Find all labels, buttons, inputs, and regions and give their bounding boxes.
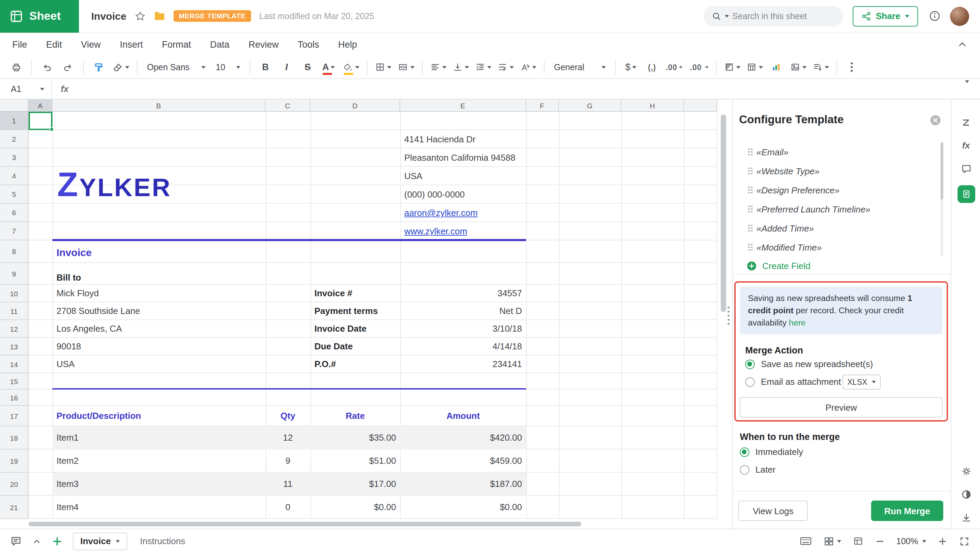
strikethrough-button[interactable]: S <box>298 58 317 76</box>
menu-item[interactable]: View <box>81 39 101 49</box>
row-header[interactable]: 17 <box>0 406 29 426</box>
column-header[interactable]: F <box>526 99 559 112</box>
row-header[interactable]: 8 <box>0 241 29 263</box>
horizontal-scrollbar[interactable] <box>29 522 581 526</box>
selected-cell-A1[interactable] <box>29 112 52 130</box>
row-header[interactable]: 13 <box>0 338 29 355</box>
panel-resize-handle[interactable] <box>727 315 730 317</box>
folder-icon[interactable] <box>153 11 165 21</box>
merge-template-tool-button[interactable] <box>951 185 980 203</box>
star-icon[interactable] <box>134 11 145 21</box>
sheet-search[interactable] <box>704 6 843 26</box>
radio-selected-icon[interactable] <box>745 359 755 369</box>
insert-chart-button[interactable] <box>767 58 786 76</box>
column-header[interactable]: G <box>559 99 621 112</box>
search-input[interactable] <box>732 11 827 21</box>
drag-handle-icon[interactable] <box>748 206 749 207</box>
clear-format-button[interactable] <box>110 58 131 76</box>
merge-field-item[interactable]: «Preferred Launch Timeline» <box>733 199 951 218</box>
currency-format-button[interactable]: $ <box>621 58 640 76</box>
row-header[interactable]: 5 <box>0 185 29 204</box>
italic-button[interactable]: I <box>277 58 296 76</box>
row-header[interactable]: 7 <box>0 222 29 241</box>
close-panel-button[interactable] <box>930 115 941 126</box>
name-box[interactable]: A1 <box>0 79 52 99</box>
vertical-scrollbar[interactable] <box>721 115 726 312</box>
collapse-toolbar-button[interactable] <box>957 39 968 50</box>
font-size-select[interactable]: 10 <box>212 58 244 76</box>
sheet-tab-invoice[interactable]: Invoice <box>73 532 127 550</box>
format-painter-button[interactable] <box>89 58 108 76</box>
radio-icon[interactable] <box>745 377 755 386</box>
attachment-format-select[interactable]: XLSX <box>843 375 881 390</box>
zia-button[interactable] <box>951 117 980 127</box>
insert-table-button[interactable] <box>745 58 765 76</box>
row-header[interactable]: 9 <box>0 263 29 285</box>
expand-formula-bar-button[interactable] <box>954 83 980 95</box>
row-header[interactable]: 1 <box>0 112 29 130</box>
column-header[interactable]: H <box>621 99 684 112</box>
horizontal-align-button[interactable] <box>428 58 449 76</box>
company-email-link[interactable]: aaron@zylker.com <box>404 204 478 222</box>
row-header[interactable]: 3 <box>0 148 29 167</box>
column-header[interactable]: E <box>400 99 526 112</box>
share-button[interactable]: Share <box>853 6 918 26</box>
row-header[interactable]: 6 <box>0 204 29 222</box>
save-as-new-option[interactable]: Save as new spreadsheet(s) <box>745 359 873 369</box>
menu-item[interactable]: Help <box>338 39 357 49</box>
merge-field-item[interactable]: «Design Preference» <box>733 180 951 199</box>
drag-handle-icon[interactable] <box>748 244 749 245</box>
comments-button[interactable] <box>951 163 980 174</box>
new-view-button[interactable] <box>853 536 864 546</box>
undo-button[interactable] <box>37 58 56 76</box>
view-options-button[interactable] <box>824 535 841 547</box>
menu-item[interactable]: Format <box>162 39 191 49</box>
comma-format-button[interactable]: (,) <box>643 58 662 76</box>
bold-button[interactable]: B <box>256 58 275 76</box>
row-header[interactable]: 2 <box>0 130 29 148</box>
row-header[interactable]: 20 <box>0 473 29 496</box>
zoom-out-button[interactable] <box>875 536 885 546</box>
text-rotation-button[interactable] <box>518 58 538 76</box>
menu-item[interactable]: Tools <box>298 39 319 49</box>
company-website-link[interactable]: www.zylker.com <box>404 222 467 241</box>
increase-decimal-button[interactable]: .00 <box>688 58 711 76</box>
column-header[interactable] <box>684 99 717 112</box>
row-header[interactable]: 10 <box>0 285 29 302</box>
select-all-corner[interactable] <box>0 99 29 112</box>
credit-availability-link[interactable]: here <box>789 318 805 328</box>
menu-item[interactable]: File <box>12 39 27 49</box>
column-header[interactable]: C <box>266 99 310 112</box>
run-immediately-option[interactable]: Immediately <box>740 447 803 457</box>
row-header[interactable]: 15 <box>0 373 29 390</box>
merge-field-item[interactable]: «Email» <box>733 142 951 161</box>
functions-button[interactable]: fx <box>951 140 980 150</box>
column-header[interactable]: A <box>29 99 52 112</box>
conditional-format-button[interactable] <box>722 58 743 76</box>
run-merge-button[interactable]: Run Merge <box>871 500 943 521</box>
row-header[interactable]: 18 <box>0 426 29 449</box>
sort-button[interactable] <box>811 58 831 76</box>
merge-field-item[interactable]: «Modified Time» <box>733 238 951 257</box>
sheet-list-button[interactable] <box>32 536 41 546</box>
settings-button[interactable] <box>951 466 980 477</box>
drag-handle-icon[interactable] <box>748 186 749 188</box>
menu-item[interactable]: Data <box>210 39 229 49</box>
radio-icon[interactable] <box>740 465 749 474</box>
row-header[interactable]: 4 <box>0 167 29 185</box>
wrap-text-button[interactable] <box>495 58 516 76</box>
menu-item[interactable]: Insert <box>120 39 143 49</box>
borders-button[interactable] <box>373 58 393 76</box>
run-later-option[interactable]: Later <box>740 464 775 475</box>
zoom-in-button[interactable] <box>938 536 947 546</box>
number-format-select[interactable]: General <box>550 58 610 76</box>
print-button[interactable] <box>7 58 26 76</box>
column-header[interactable]: D <box>310 99 400 112</box>
info-icon[interactable] <box>929 10 940 22</box>
row-header[interactable]: 16 <box>0 390 29 406</box>
avatar[interactable] <box>950 6 969 25</box>
fill-handle[interactable] <box>50 127 54 131</box>
row-header[interactable]: 21 <box>0 496 29 519</box>
email-attachment-option[interactable]: Email as attachment <box>745 377 841 387</box>
insert-image-button[interactable] <box>788 58 808 76</box>
